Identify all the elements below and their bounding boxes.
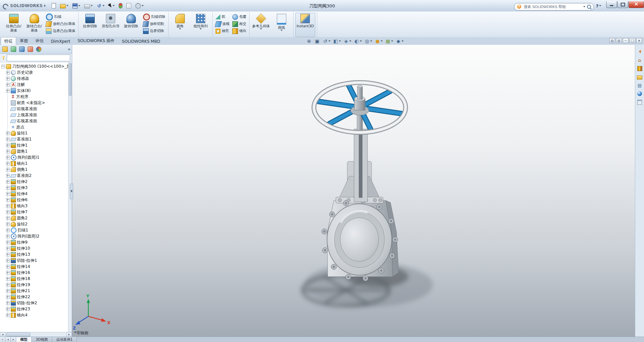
quick-access-button[interactable] xyxy=(71,3,81,9)
brand-chevron-icon[interactable] xyxy=(44,4,46,7)
manager-tab[interactable] xyxy=(10,45,17,53)
feature-tree-item[interactable]: 拉伸2 xyxy=(0,179,72,185)
ribbon-button[interactable]: Instant3D xyxy=(295,13,315,37)
feature-tree-item[interactable]: 上视基准面 xyxy=(0,112,72,118)
expand-icon[interactable] xyxy=(6,216,10,220)
feature-tree-item[interactable]: 旋转1 xyxy=(0,130,72,136)
scroll-left-button[interactable] xyxy=(0,332,5,337)
feature-tree-item[interactable]: 拉伸7 xyxy=(0,209,72,215)
chevron-down-icon[interactable] xyxy=(78,5,80,6)
feature-tree-item[interactable]: 材质 <未指定> xyxy=(0,100,72,106)
ribbon-button[interactable]: 放样切割 xyxy=(142,21,167,27)
ribbon-button[interactable]: 抽壳 xyxy=(214,28,231,34)
first-tab-icon[interactable] xyxy=(0,337,5,342)
feature-tree-item[interactable]: 镜向3 xyxy=(0,203,72,209)
command-tab[interactable]: 评估 xyxy=(32,37,47,45)
expand-icon[interactable] xyxy=(6,180,10,184)
feature-tree-item[interactable]: 拉伸14 xyxy=(0,263,72,270)
feature-tree-item[interactable]: 拉伸18 xyxy=(0,276,72,282)
expand-icon[interactable] xyxy=(6,271,10,275)
feature-tree-item[interactable]: 拉伸22 xyxy=(0,294,72,300)
expand-icon[interactable] xyxy=(6,277,10,281)
quick-access-button[interactable] xyxy=(125,2,132,9)
tree-horizontal-scrollbar[interactable] xyxy=(0,332,72,337)
manager-tab[interactable] xyxy=(18,45,26,53)
expand-icon[interactable] xyxy=(6,77,10,81)
expand-icon[interactable] xyxy=(6,168,10,172)
quick-access-button[interactable] xyxy=(83,3,94,9)
chevron-down-icon[interactable] xyxy=(402,40,404,42)
view-toolbar-button[interactable] xyxy=(363,38,373,44)
close-button[interactable] xyxy=(628,1,644,8)
feature-tree-root[interactable]: 刀型闸阀300 (100<<100>_显示 xyxy=(0,63,72,69)
feature-tree-item[interactable]: 基准面2 xyxy=(0,173,72,179)
chevron-down-icon[interactable] xyxy=(381,40,383,42)
ribbon-button[interactable]: 旋转切除 xyxy=(121,13,141,37)
help-button[interactable] xyxy=(596,3,601,8)
command-tab[interactable]: 特征 xyxy=(1,37,16,45)
feature-tree-item[interactable]: 倒角1 xyxy=(0,166,72,173)
scrollbar-thumb[interactable] xyxy=(6,333,30,337)
expand-icon[interactable] xyxy=(6,71,10,74)
valve-body[interactable] xyxy=(322,111,399,281)
expand-icon[interactable] xyxy=(6,265,10,269)
view-toolbar-button[interactable] xyxy=(313,38,321,44)
expand-icon[interactable] xyxy=(6,313,10,317)
expand-icon[interactable] xyxy=(6,295,10,299)
next-tab-icon[interactable] xyxy=(11,337,16,342)
view-toolbar-button[interactable] xyxy=(353,38,363,44)
expand-icon[interactable] xyxy=(6,228,10,232)
expand-icon[interactable] xyxy=(6,204,10,208)
ribbon-button[interactable]: 筋 xyxy=(214,13,231,20)
expand-icon[interactable] xyxy=(6,198,10,202)
feature-tree-item[interactable]: 传感器 xyxy=(0,75,72,82)
view-toolbar-button[interactable] xyxy=(394,38,405,44)
view-toolbar-button[interactable] xyxy=(321,38,331,44)
quick-access-button[interactable] xyxy=(59,2,69,9)
chevron-down-icon[interactable] xyxy=(328,40,330,42)
command-tab[interactable]: 草图 xyxy=(16,37,32,45)
view-toolbar-button[interactable] xyxy=(305,38,313,44)
feature-tree-item[interactable]: 镜向4 xyxy=(0,312,72,318)
expand-icon[interactable] xyxy=(6,301,10,305)
expand-icon[interactable] xyxy=(6,174,10,178)
feature-tree-item[interactable]: 基准面1 xyxy=(0,136,72,142)
feature-tree-item[interactable]: 圆角2 xyxy=(0,215,72,221)
feature-tree-item[interactable]: 阵列(圆周)1 xyxy=(0,154,72,160)
ribbon-button[interactable]: 扫描切除 xyxy=(142,13,167,20)
quick-access-button[interactable] xyxy=(96,3,106,9)
task-pane-button[interactable] xyxy=(636,90,643,97)
split-vertical-icon[interactable] xyxy=(616,38,622,43)
expand-icon[interactable] xyxy=(6,83,10,87)
ribbon-button[interactable]: 线性阵列 xyxy=(191,13,211,37)
ribbon-button[interactable]: 旋转凸台/基体 xyxy=(24,13,44,37)
view-toolbar-button[interactable] xyxy=(342,38,352,44)
task-pane-button[interactable] xyxy=(636,56,643,64)
doc-close-icon[interactable] xyxy=(636,38,642,43)
ribbon-button[interactable]: 扫描 xyxy=(45,13,77,20)
quick-access-button[interactable] xyxy=(108,3,116,8)
command-tab[interactable]: SOLIDWORKS MBD xyxy=(118,38,164,45)
expand-icon[interactable] xyxy=(6,162,10,165)
view-toolbar-button[interactable] xyxy=(374,38,384,44)
feature-tree-item[interactable]: 拉伸16 xyxy=(0,270,72,276)
ribbon-button[interactable]: 放样凸台/基体 xyxy=(45,21,77,27)
feature-tree-item[interactable]: 拉伸9 xyxy=(0,239,72,245)
ribbon-button[interactable]: 曲线 xyxy=(272,13,292,37)
view-toolbar-button[interactable] xyxy=(384,38,394,44)
feature-tree-item[interactable]: 右视基准面 xyxy=(0,118,72,124)
command-tab[interactable]: DimXpert xyxy=(47,38,74,45)
expand-icon[interactable] xyxy=(6,89,10,93)
expand-icon[interactable] xyxy=(6,241,10,244)
feature-tree-filter-input[interactable] xyxy=(7,55,70,61)
expand-icon[interactable] xyxy=(6,150,10,153)
search-icon[interactable] xyxy=(587,5,591,9)
help-search[interactable] xyxy=(514,3,594,10)
task-pane-button[interactable] xyxy=(636,98,643,106)
expand-icon[interactable] xyxy=(6,247,10,250)
graphics-area[interactable]: Y X Z *等轴测 xyxy=(72,45,635,337)
ribbon-button[interactable]: 拉伸切除 xyxy=(80,13,100,37)
split-horizontal-icon[interactable] xyxy=(609,38,615,43)
feature-tree-item[interactable]: 历史记录 xyxy=(0,69,72,75)
quick-access-button[interactable] xyxy=(134,2,145,9)
